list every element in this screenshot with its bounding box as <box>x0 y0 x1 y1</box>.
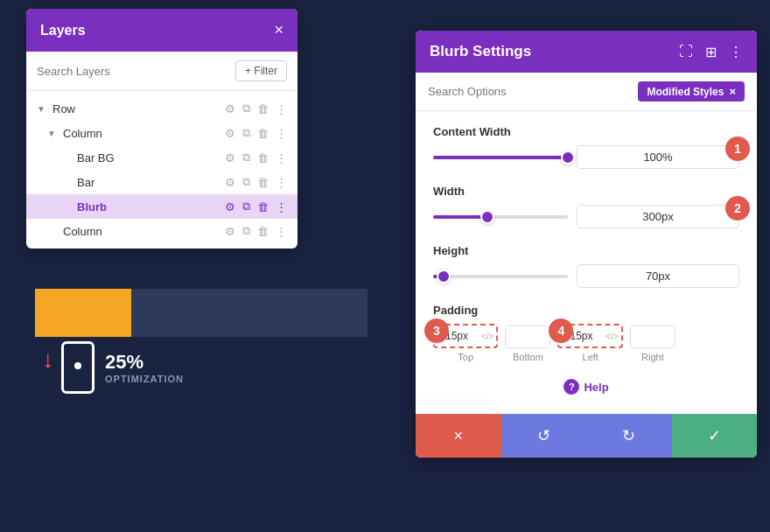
content-width-thumb[interactable] <box>561 150 575 164</box>
barbg-delete-icon[interactable]: 🗑 <box>257 151 269 164</box>
padding-right-label: Right <box>641 352 664 362</box>
layers-header: Layers × <box>26 9 298 52</box>
filter-button[interactable]: + Filter <box>235 60 287 81</box>
blurb-footer: × ↺ ↻ ✓ <box>416 414 757 458</box>
blurb-delete-icon[interactable]: 🗑 <box>257 200 269 214</box>
blurb-body: Content Width 1 Width <box>416 111 757 414</box>
padding-left-field: 4 </> Left <box>557 324 622 362</box>
blurb-expand-icon[interactable]: ⛶ <box>679 44 693 60</box>
height-slider[interactable] <box>433 275 568 278</box>
col2-more-icon[interactable]: ⋮ <box>276 225 287 238</box>
layer-item-column2[interactable]: ▼ Column ⚙ ⧉ 🗑 ⋮ <box>26 219 298 243</box>
phone-icon <box>61 341 94 394</box>
blurb-more-icon[interactable]: ⋮ <box>729 44 743 60</box>
height-label: Height <box>433 244 739 257</box>
bar-settings-icon[interactable]: ⚙ <box>225 176 235 189</box>
arrow-icon: ↓ <box>42 346 54 374</box>
height-thumb[interactable] <box>437 270 451 284</box>
layers-panel: Layers × + Filter ▼ Row ⚙ ⧉ 🗑 ⋮ ▼ Column… <box>26 9 298 248</box>
padding-top-label: Top <box>458 352 473 362</box>
width-value[interactable] <box>577 205 739 228</box>
bar-duplicate-icon[interactable]: ⧉ <box>242 175 250 189</box>
layer-item-row[interactable]: ▼ Row ⚙ ⧉ 🗑 ⋮ <box>26 96 298 121</box>
barbg-settings-icon[interactable]: ⚙ <box>225 151 235 164</box>
layer-icons-blurb: ⚙ ⧉ 🗑 ⋮ <box>225 200 287 214</box>
blurb-settings-icon[interactable]: ⚙ <box>225 200 235 214</box>
height-value[interactable] <box>577 264 739 288</box>
padding-right-input[interactable] <box>631 326 675 347</box>
badge-3: 3 <box>424 318 449 343</box>
padding-top-link-icon[interactable]: </> <box>479 332 496 341</box>
bar-visualization <box>35 289 368 337</box>
layer-item-column1[interactable]: ▼ Column ⚙ ⧉ 🗑 ⋮ <box>26 121 298 145</box>
height-section: Height <box>433 244 739 288</box>
col1-delete-icon[interactable]: 🗑 <box>257 127 269 140</box>
content-width-section: Content Width 1 <box>433 125 739 169</box>
col1-settings-icon[interactable]: ⚙ <box>225 127 235 140</box>
modified-styles-close[interactable]: × <box>729 85 736 98</box>
padding-label: Padding <box>433 304 739 317</box>
col2-settings-icon[interactable]: ⚙ <box>225 225 235 238</box>
width-label: Width <box>433 185 739 198</box>
layers-search-input[interactable] <box>37 65 228 78</box>
blurb-more-icon[interactable]: ⋮ <box>276 200 287 214</box>
help-icon: ? <box>564 379 579 395</box>
undo-button[interactable]: ↺ <box>501 414 587 458</box>
layer-name-column2: Column <box>63 225 225 238</box>
optimization-label: OPTIMIZATION <box>105 374 184 384</box>
width-section: Width 2 <box>433 185 739 228</box>
width-slider[interactable] <box>433 215 568 219</box>
help-row: ? Help <box>433 368 739 400</box>
layer-item-bar[interactable]: ▼ Bar ⚙ ⧉ 🗑 ⋮ <box>26 170 298 194</box>
layer-icons-col2: ⚙ ⧉ 🗑 ⋮ <box>225 224 287 238</box>
row-settings-icon[interactable]: ⚙ <box>225 102 235 116</box>
blurb-header-icons: ⛶ ⊞ ⋮ <box>679 44 743 60</box>
bar-dark <box>131 289 368 337</box>
badge-1: 1 <box>725 136 750 161</box>
content-width-fill <box>433 156 568 159</box>
barbg-duplicate-icon[interactable]: ⧉ <box>242 150 250 164</box>
layer-name-bar-bg: Bar BG <box>77 151 225 164</box>
content-width-slider[interactable] <box>433 156 568 159</box>
row-delete-icon[interactable]: 🗑 <box>257 102 269 116</box>
blurb-duplicate-icon[interactable]: ⧉ <box>242 200 250 214</box>
layers-close-button[interactable]: × <box>274 21 284 39</box>
layer-icons-row: ⚙ ⧉ 🗑 ⋮ <box>225 102 287 116</box>
width-value-wrap: 2 <box>577 205 739 228</box>
cancel-button[interactable]: × <box>416 414 501 458</box>
col1-duplicate-icon[interactable]: ⧉ <box>242 126 250 140</box>
layers-list: ▼ Row ⚙ ⧉ 🗑 ⋮ ▼ Column ⚙ ⧉ 🗑 ⋮ ▼ Bar BG <box>26 91 298 248</box>
blurb-search-row: Modified Styles × <box>416 73 757 111</box>
modified-styles-label: Modified Styles <box>647 86 724 98</box>
barbg-more-icon[interactable]: ⋮ <box>276 151 287 164</box>
redo-button[interactable]: ↻ <box>586 414 672 458</box>
padding-bottom-input[interactable] <box>506 326 550 347</box>
padding-right-field: Right <box>630 326 676 362</box>
width-slider-row: 2 <box>433 205 739 228</box>
blurb-search-input[interactable] <box>428 85 631 98</box>
padding-row: 3 </> Top Bottom 4 <box>433 324 739 362</box>
col1-arrow-icon: ▼ <box>47 129 58 138</box>
row-more-icon[interactable]: ⋮ <box>276 102 287 116</box>
help-label: Help <box>584 381 608 394</box>
content-width-value-wrap: 1 <box>577 145 739 169</box>
badge-2: 2 <box>725 196 750 220</box>
padding-left-link-icon[interactable]: </> <box>603 332 620 341</box>
col1-more-icon[interactable]: ⋮ <box>276 127 287 140</box>
content-width-label: Content Width <box>433 125 739 138</box>
padding-left-label: Left <box>583 352 598 362</box>
bar-more-icon[interactable]: ⋮ <box>276 176 287 189</box>
layer-item-bar-bg[interactable]: ▼ Bar BG ⚙ ⧉ 🗑 ⋮ <box>26 145 298 170</box>
row-duplicate-icon[interactable]: ⧉ <box>242 102 250 116</box>
blurb-columns-icon[interactable]: ⊞ <box>705 44 717 60</box>
phone-section: 25% OPTIMIZATION <box>61 341 184 394</box>
content-width-value[interactable] <box>577 145 739 169</box>
width-thumb[interactable] <box>480 210 494 224</box>
col2-delete-icon[interactable]: 🗑 <box>257 225 269 238</box>
help-button[interactable]: ? Help <box>564 379 608 395</box>
save-button[interactable]: ✓ <box>672 414 758 458</box>
col2-duplicate-icon[interactable]: ⧉ <box>242 224 250 238</box>
bar-delete-icon[interactable]: 🗑 <box>257 176 269 189</box>
layer-item-blurb[interactable]: ▼ Blurb ⚙ ⧉ 🗑 ⋮ <box>26 194 298 219</box>
padding-top-field: 3 </> Top <box>433 324 498 362</box>
